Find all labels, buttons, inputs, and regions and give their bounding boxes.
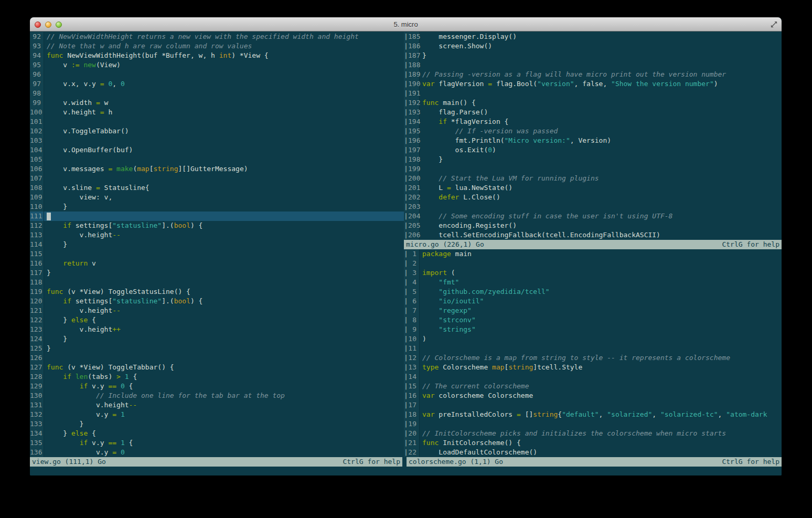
code-line[interactable]: 107 (30, 174, 404, 183)
pane-micro-go[interactable]: |185 messenger.Display()|186 screen.Show… (404, 32, 782, 240)
code-line[interactable]: 125} (30, 344, 404, 353)
code-line[interactable]: 115 (30, 249, 404, 259)
code-line[interactable]: 97 v.x, v.y = 0, 0 (30, 79, 404, 89)
code-line[interactable]: 136 v.y = 0 (30, 448, 404, 457)
code-line[interactable]: 129 if v.y == 0 { (30, 382, 404, 391)
code-line[interactable]: |16var colorscheme Colorscheme (404, 391, 782, 400)
code-line[interactable]: 132 v.y = 1 (30, 410, 404, 419)
code-line[interactable]: |187} (404, 51, 782, 60)
code-line[interactable]: |197 os.Exit(0) (404, 145, 782, 155)
code-line[interactable]: 123 v.height++ (30, 325, 404, 334)
code-line[interactable]: |196 fmt.Println("Micro version:", Versi… (404, 136, 782, 145)
code-line[interactable]: |12// Colorscheme is a map from string t… (404, 353, 782, 363)
code-line[interactable]: 131 v.height-- (30, 400, 404, 410)
code-line[interactable]: 108 v.sline = Statusline{ (30, 183, 404, 193)
code-line[interactable]: 114 } (30, 240, 404, 249)
code-line[interactable]: 98 (30, 89, 404, 98)
code-line[interactable]: 126 (30, 353, 404, 363)
code-line[interactable]: 103 (30, 136, 404, 145)
code-line[interactable]: |199 (404, 164, 782, 174)
code-line[interactable]: 102 v.ToggleTabbar() (30, 126, 404, 136)
code-line[interactable]: |5 "github.com/zyedidia/tcell" (404, 287, 782, 297)
code-line[interactable]: 101 (30, 117, 404, 126)
code-line[interactable]: |190var flagVersion = flag.Bool("version… (404, 79, 782, 89)
code-line[interactable]: |195 // If -version was passed (404, 126, 782, 136)
code-line[interactable]: 100 v.height = h (30, 108, 404, 117)
code-line[interactable]: 130 // Include one line for the tab bar … (30, 391, 404, 400)
code-line[interactable]: 135 if v.y == 1 { (30, 438, 404, 448)
code-line[interactable]: |201 L = lua.NewState() (404, 183, 782, 193)
code-line[interactable]: |3import ( (404, 268, 782, 278)
minimize-button[interactable] (45, 22, 51, 28)
code-line[interactable]: |14 (404, 372, 782, 382)
code-line[interactable]: 105 (30, 155, 404, 164)
code-line[interactable]: |192func main() { (404, 98, 782, 108)
pane-colorscheme-go[interactable]: |1package main|2|3import (|4 "fmt"|5 "gi… (404, 249, 782, 457)
code-line[interactable]: 109 view: v, (30, 193, 404, 202)
code-line[interactable]: |20// InitColorscheme picks and initiali… (404, 429, 782, 438)
code-line[interactable]: 119func (v *View) ToggleStatusLine() { (30, 287, 404, 297)
code-line[interactable]: 116 return v (30, 259, 404, 268)
code-line[interactable]: |15// The current colorscheme (404, 382, 782, 391)
code-line[interactable]: 120 if settings["statusline"].(bool) { (30, 297, 404, 306)
close-button[interactable] (35, 22, 41, 28)
code-line[interactable]: 106 v.messages = make(map[string][]Gutte… (30, 164, 404, 174)
code-line[interactable]: 95 v := new(View) (30, 60, 404, 70)
code-line[interactable]: 104 v.OpenBuffer(buf) (30, 145, 404, 155)
code-line[interactable]: 122 } else { (30, 315, 404, 325)
code-line[interactable]: |1package main (404, 249, 782, 259)
code-line[interactable]: |200 // Start the Lua VM for running plu… (404, 174, 782, 183)
code-line[interactable]: |11 (404, 344, 782, 353)
command-line[interactable] (30, 467, 782, 475)
code-line[interactable]: 133 } (30, 419, 404, 429)
code-line[interactable]: |186 screen.Show() (404, 41, 782, 51)
code-line[interactable]: |204 // Some encoding stuff in case the … (404, 212, 782, 221)
code-line[interactable]: |18var preInstalledColors = []string{"de… (404, 410, 782, 419)
code-line[interactable]: 93// Note that w and h are raw column an… (30, 41, 404, 51)
code-line[interactable]: 113 v.height-- (30, 230, 404, 240)
code-line[interactable]: 117} (30, 268, 404, 278)
code-line[interactable]: |9 "strings" (404, 325, 782, 334)
code-line[interactable]: |4 "fmt" (404, 278, 782, 287)
pane-view-go[interactable]: 92// NewViewWidthHeight returns a new vi… (30, 32, 404, 457)
code-line[interactable]: |8 "strconv" (404, 315, 782, 325)
code-line[interactable]: |17 (404, 400, 782, 410)
code-line[interactable]: 94func NewViewWidthHeight(buf *Buffer, w… (30, 51, 404, 60)
code-line[interactable]: 96 (30, 70, 404, 79)
code-line[interactable]: |6 "io/ioutil" (404, 297, 782, 306)
code-line[interactable]: |198 } (404, 155, 782, 164)
code-line[interactable]: |193 flag.Parse() (404, 108, 782, 117)
code-line[interactable]: 121 v.height-- (30, 306, 404, 315)
code-line[interactable]: 110 } (30, 202, 404, 212)
code-line[interactable]: 128 if len(tabs) > 1 { (30, 372, 404, 382)
code-line[interactable]: 112 if settings["statusline"].(bool) { (30, 221, 404, 230)
code-line[interactable]: |19 (404, 419, 782, 429)
code-line[interactable]: |203 (404, 202, 782, 212)
code-line[interactable]: |10) (404, 334, 782, 344)
code-line[interactable]: |2 (404, 259, 782, 268)
line-number: 128 (30, 372, 44, 382)
code-line[interactable]: 124 } (30, 334, 404, 344)
titlebar[interactable]: 5. micro (30, 17, 782, 31)
code-line[interactable]: |22 LoadDefaultColorscheme() (404, 448, 782, 457)
code-line[interactable]: |7 "regexp" (404, 306, 782, 315)
code-line[interactable]: |13type Colorscheme map[string]tcell.Sty… (404, 363, 782, 372)
code-line[interactable]: 92// NewViewWidthHeight returns a new vi… (30, 32, 404, 41)
zoom-button[interactable] (56, 22, 62, 28)
code-line[interactable]: 111 (30, 212, 404, 221)
code-line[interactable]: |185 messenger.Display() (404, 32, 782, 41)
line-number: 196 (408, 136, 420, 145)
code-line[interactable]: 127func (v *View) ToggleTabbar() { (30, 363, 404, 372)
code-line[interactable]: |194 if *flagVersion { (404, 117, 782, 126)
code-line[interactable]: 118 (30, 278, 404, 287)
code-line[interactable]: |205 encoding.Register() (404, 221, 782, 230)
code-line[interactable]: |188 (404, 60, 782, 70)
code-line[interactable]: |189// Passing -version as a flag will h… (404, 70, 782, 79)
code-line[interactable]: 99 v.width = w (30, 98, 404, 108)
code-line[interactable]: |191 (404, 89, 782, 98)
fullscreen-icon[interactable] (770, 20, 778, 28)
code-line[interactable]: |202 defer L.Close() (404, 193, 782, 202)
code-line[interactable]: |206 tcell.SetEncodingFallback(tcell.Enc… (404, 230, 782, 240)
code-line[interactable]: |21func InitColorscheme() { (404, 438, 782, 448)
code-line[interactable]: 134 } else { (30, 429, 404, 438)
